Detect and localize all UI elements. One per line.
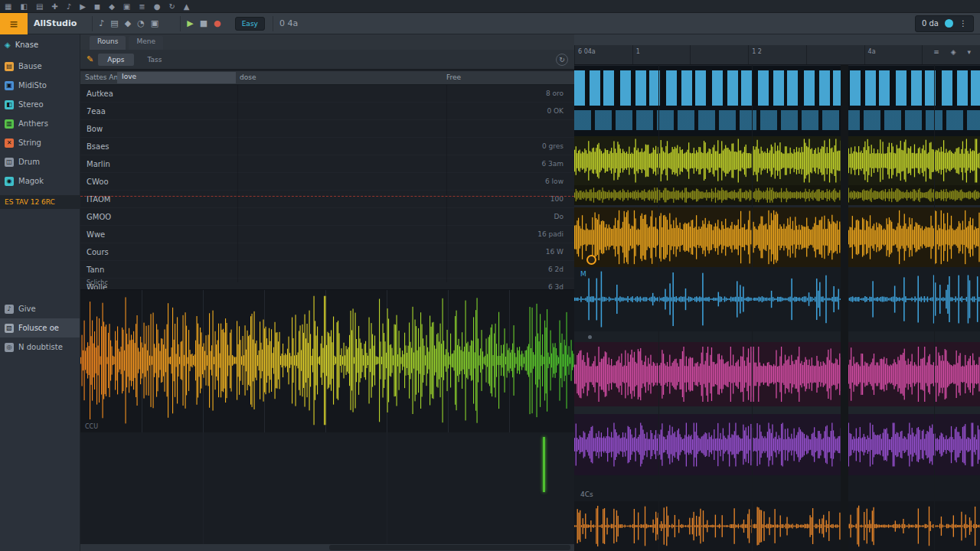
ruler-tools-icons[interactable]: ≡ ◈ ▾ xyxy=(933,48,975,56)
timeline-ruler[interactable]: 6 04a 1 1 2 4a xyxy=(574,45,980,65)
channel-name: Wwe xyxy=(87,230,105,239)
folder-open-icon: ▧ xyxy=(5,324,14,333)
sidebar-item-drum[interactable]: ◫ Drum xyxy=(0,152,80,171)
ruler-cell xyxy=(806,45,864,64)
channel-name: 7eaa xyxy=(87,107,106,116)
subtab-apps[interactable]: Apps xyxy=(98,54,133,66)
channel-row[interactable]: ITAOM100 xyxy=(80,191,574,208)
clip-knob-icon[interactable] xyxy=(586,255,596,265)
channel-name: Cours xyxy=(87,248,109,256)
list-icon[interactable]: ▤ xyxy=(36,0,43,13)
stop-button[interactable]: ■ xyxy=(200,18,207,28)
sidebar-item-folusce[interactable]: ▧ Folusce oe xyxy=(0,318,80,337)
channel-row[interactable]: Wwe16 padi xyxy=(80,226,574,243)
browser-tool-icon[interactable]: ▤ xyxy=(110,18,118,28)
channel-row[interactable]: 7eaa0 OK xyxy=(80,103,574,120)
play-button[interactable]: ▶ xyxy=(187,18,193,28)
sidebar-item-give[interactable]: ♪ Give xyxy=(0,299,80,318)
playhead-line xyxy=(80,196,574,197)
piano-roll-clip[interactable] xyxy=(574,66,980,136)
bass-audio-clip[interactable] xyxy=(574,414,980,475)
up-icon[interactable]: ▲ xyxy=(184,0,190,13)
scrollbar-handle[interactable] xyxy=(329,545,570,550)
more-menu-icon[interactable]: ⋮ xyxy=(959,19,967,28)
pencil-icon[interactable]: ✎ xyxy=(87,54,93,64)
stop-icon[interactable]: ◼ xyxy=(94,0,100,13)
subtab-tass[interactable]: Tass xyxy=(139,54,172,66)
sample-label: CCU xyxy=(85,423,98,430)
record-button[interactable]: ● xyxy=(214,18,221,28)
grid-tool-icon[interactable]: ▣ xyxy=(151,18,158,28)
sidebar-item-string[interactable]: ✕ String xyxy=(0,133,80,152)
empty-track-row[interactable] xyxy=(574,331,980,342)
lead-audio-clip[interactable] xyxy=(574,136,980,185)
tempo-display[interactable]: 0 4a xyxy=(279,18,298,28)
header-mid-col: dose xyxy=(240,73,256,81)
olive-audio-clip[interactable] xyxy=(574,185,980,205)
metronome-icon[interactable]: ◔ xyxy=(137,18,145,28)
menu-icon[interactable]: ≣ xyxy=(139,0,145,13)
sidebar-item-bause[interactable]: ▤ Bause xyxy=(0,57,80,76)
add-icon[interactable]: ✚ xyxy=(51,0,57,13)
plugin-icon: ◎ xyxy=(5,343,14,352)
vocal-audio-clip[interactable] xyxy=(574,342,980,406)
channel-name: Bow xyxy=(87,125,103,133)
channel-row-small[interactable]: Sclichc xyxy=(87,279,108,286)
sidebar-item-anthers[interactable]: ▥ Anthers xyxy=(0,114,80,133)
pattern-icon[interactable]: ◆ xyxy=(109,0,115,13)
string-icon: ✕ xyxy=(5,139,14,148)
channel-row[interactable]: CWoo6 low xyxy=(80,173,574,191)
sidebar-item-label: Give xyxy=(18,305,36,313)
pad-icon[interactable]: ▣ xyxy=(123,0,130,13)
transport-group: ▶ ■ ● xyxy=(180,16,227,31)
grid-icon[interactable]: ▦ xyxy=(5,0,11,13)
sample-waveform xyxy=(80,295,574,426)
channel-row[interactable]: Marlin6 3am xyxy=(80,155,574,173)
sidebar-item-label: Bause xyxy=(18,62,42,70)
sidebar-item-magok[interactable]: ◉ Magok xyxy=(0,171,80,191)
playlist-toolbar xyxy=(574,34,980,45)
refresh-icon[interactable]: ↻ xyxy=(168,0,175,13)
channel-row[interactable]: Bsaes0 gres xyxy=(80,138,574,155)
track-label: 4Cs xyxy=(580,491,593,498)
tab-rouns[interactable]: Rouns xyxy=(90,36,126,50)
note-tool-icon[interactable]: ♪ xyxy=(99,18,104,28)
column-divider xyxy=(446,85,447,282)
note-icon[interactable]: ♪ xyxy=(67,0,71,13)
record-icon[interactable]: ● xyxy=(154,0,161,13)
mute-dot-icon[interactable] xyxy=(588,335,592,339)
pattern-display[interactable]: Easy xyxy=(235,17,265,31)
sidebar-item-doubtiste[interactable]: ◎ N doubtiste xyxy=(0,337,80,357)
editor-lower-area[interactable] xyxy=(80,432,574,544)
channel-row[interactable]: Bow xyxy=(80,120,574,138)
ruler-cell xyxy=(690,45,748,64)
tab-mene[interactable]: Mene xyxy=(129,36,163,50)
channel-row[interactable]: Cours16 W xyxy=(80,243,574,261)
sample-editor[interactable]: CCU xyxy=(80,289,574,432)
percussion-audio-clip[interactable] xyxy=(574,501,980,551)
refresh-icon[interactable]: ↻ xyxy=(556,54,568,66)
header-name-col: Sattes Am xyxy=(85,73,120,81)
horn-audio-clip[interactable] xyxy=(574,207,980,267)
channel-row[interactable]: GMOODo xyxy=(80,208,574,226)
monitor-value: 0 da xyxy=(922,19,939,28)
horizontal-scrollbar[interactable] xyxy=(80,544,574,551)
pluck-audio-clip[interactable]: M xyxy=(574,267,980,331)
sidebar-highlight-item[interactable]: ES TAV 12 6RC xyxy=(0,195,80,209)
channel-row[interactable]: Tann6 2d xyxy=(80,261,574,279)
bar-divider-band xyxy=(841,65,848,551)
panel-icon[interactable]: ◧ xyxy=(20,0,27,13)
rack-subtoolbar: ✎ Apps Tass ↻ xyxy=(80,50,574,70)
app-logo[interactable]: ≡ xyxy=(0,13,28,34)
header-selected-cell[interactable]: Iove xyxy=(117,72,236,83)
channel-row[interactable]: Autkea8 oro xyxy=(80,85,574,103)
cpu-monitor: 0 da ⋮ xyxy=(915,15,974,32)
browser-header[interactable]: ◈ Knase xyxy=(0,34,80,57)
sidebar-item-stereo[interactable]: ◧ Stereo xyxy=(0,95,80,114)
play-icon[interactable]: ▶ xyxy=(80,0,86,13)
snap-tool-icon[interactable]: ◆ xyxy=(125,18,131,28)
empty-track-row[interactable]: 4Cs xyxy=(574,475,980,501)
sidebar-item-midisto[interactable]: ▣ MidiSto xyxy=(0,76,80,95)
tempo-group: 0 4a xyxy=(273,16,304,31)
audio-waveform xyxy=(574,416,980,474)
